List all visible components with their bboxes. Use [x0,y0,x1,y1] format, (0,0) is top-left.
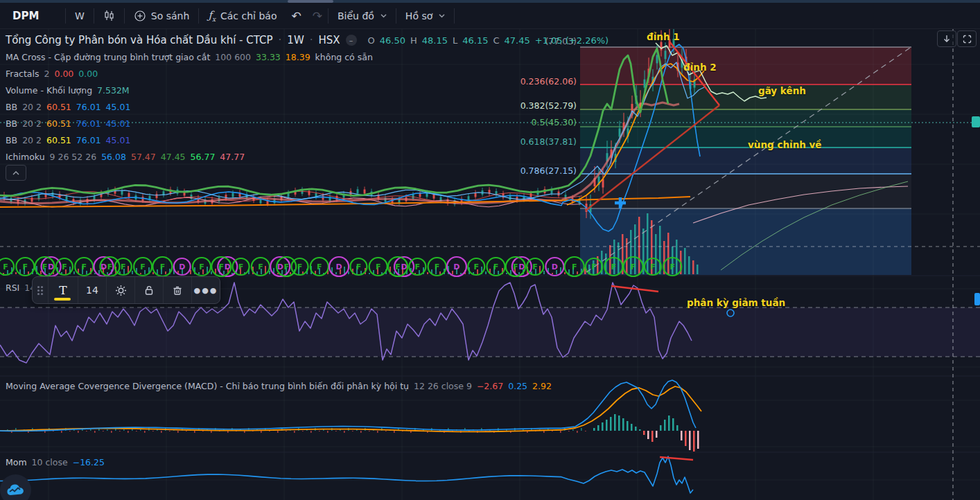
token: 45.01 [106,118,131,129]
token: Mom [6,457,27,467]
token: 0.00 [54,69,73,79]
token: 45.01 [106,135,131,145]
fullscreen-icon [963,35,972,44]
symbol-title-row[interactable]: Tổng Công ty Phân bón và Hóa chất Dầu kh… [6,32,609,48]
token: +1.05 (+2.26%) [535,35,609,46]
svg-text:F: F [258,262,263,271]
token: 56.08 [101,152,126,162]
indicator-legend-rows: MA Cross - Cặp đường trung bình trượt gi… [6,48,609,165]
symbol-button[interactable]: DPM [0,3,65,28]
svg-text:F: F [631,262,636,271]
redo-button[interactable]: ↷ [307,3,328,28]
token: Fractals [6,69,40,79]
symbol-title: Tổng Công ty Phân bón và Hóa chất Dầu kh… [6,34,273,46]
fullscreen-button[interactable] [957,30,977,47]
svg-text:F: F [297,262,303,271]
token: 60.51 [46,118,71,129]
delete-button[interactable] [164,277,191,303]
token: 10 close [32,457,68,467]
toolbar-drag-handle[interactable] [33,277,48,303]
settings-button[interactable] [107,277,134,303]
tradingview-logo[interactable] [0,474,31,500]
legend-row-fractals[interactable]: Fractals20.000.00 [6,65,609,82]
token: L [453,35,457,46]
svg-text:F: F [238,262,244,271]
chart-style-button[interactable] [94,3,124,28]
legend-row-ichimoku[interactable]: Ichimoku9 26 52 2656.0857.4747.4556.7747… [6,148,609,165]
svg-text:F: F [81,262,87,271]
token: 76.01 [76,135,101,145]
svg-text:F: F [356,262,362,271]
token: 0.00 [78,69,98,79]
cloud-chart-icon [6,483,26,497]
token: 47.45 [505,35,530,46]
token: −2.67 [477,381,503,391]
trading-app: DPM W So sánh ƒx Các chỉ báo [0,0,980,500]
profile-menu-label: Hồ sơ [405,10,432,21]
profile-menu-button[interactable]: Hồ sơ [396,3,454,28]
interval-button[interactable]: W [66,3,94,28]
token: 56.77 [191,152,216,162]
trash-icon [171,284,184,296]
macd-label-row[interactable]: Moving Average Covergence Divergence (MA… [6,381,557,391]
token: BB [6,135,17,145]
svg-text:F: F [532,262,538,271]
legend-row-bb-3[interactable]: BB20 260.5176.0145.01 [6,132,609,148]
token: 20 2 [22,118,42,129]
token: 76.01 [76,102,101,112]
svg-text:F: F [513,262,518,271]
token: 47.77 [220,152,245,162]
lock-button[interactable] [135,277,163,303]
text-tool-button[interactable]: T [49,277,78,303]
indicators-label: Các chỉ báo [220,10,277,21]
candlestick-icon [103,10,115,21]
chevron-down-icon [439,14,445,18]
separator-dot: · [279,34,282,46]
chart-menu-button[interactable]: Biểu đồ [329,3,396,28]
svg-text:F: F [415,262,421,271]
collapse-pane-button[interactable] [6,165,26,181]
svg-text:F: F [395,262,401,271]
token: 2.92 [532,381,552,391]
svg-text:F: F [219,262,225,271]
legend-row-bb-1[interactable]: BB20 260.5176.0145.01 [6,98,609,115]
legend-row-volume[interactable]: Volume - Khối lượng7.532M [6,82,609,98]
more-options-button[interactable]: ●●● [192,277,220,303]
token: −16.25 [73,457,105,467]
annotation-dinh2[interactable]: đỉnh 2 [683,62,717,73]
legend-row-bb-2[interactable]: BB20 260.5176.0145.01 [6,115,609,132]
token: 20 2 [22,135,42,145]
svg-text:F: F [283,262,289,271]
token: 2 [44,69,50,79]
svg-text:D: D [552,262,558,271]
annotation-gay_kenh[interactable]: gãy kênh [758,85,806,96]
svg-text:F: F [121,262,126,271]
token: H [410,35,417,46]
annotation-phan_ky[interactable]: phân kỳ giảm tuần [687,297,785,308]
svg-text:F: F [435,262,440,271]
svg-text:F: F [376,262,381,271]
active-underline [54,298,71,301]
svg-text:F: F [670,262,675,271]
chevron-up-icon [12,171,19,175]
token: 60.51 [46,135,71,145]
svg-text:D: D [453,262,460,271]
hide-symbol-button[interactable]: – [346,35,357,46]
tool-value[interactable]: 14 [78,277,106,303]
undo-button[interactable]: ↶ [286,3,306,28]
legend-row-ma-cross[interactable]: MA Cross - Cặp đường trung bình trượt gi… [6,48,609,65]
annotation-dinh1[interactable]: đỉnh 1 [647,31,680,42]
token: 46.15 [462,35,488,46]
divider [454,8,455,24]
fx-icon: ƒx [208,9,216,23]
mom-label-row[interactable]: Mom10 close−16.25 [6,457,110,467]
token: 57.47 [131,152,156,162]
scroll-to-latest-button[interactable] [937,30,956,47]
indicators-button[interactable]: ƒx Các chỉ báo [199,3,286,28]
compare-button[interactable]: So sánh [125,3,199,28]
token: C [493,35,500,46]
svg-text:D: D [179,262,185,271]
annotation-vung_chinh[interactable]: vùng chỉnh về [748,139,822,150]
svg-text:F: F [107,262,113,271]
token: 100 600 [215,52,251,62]
